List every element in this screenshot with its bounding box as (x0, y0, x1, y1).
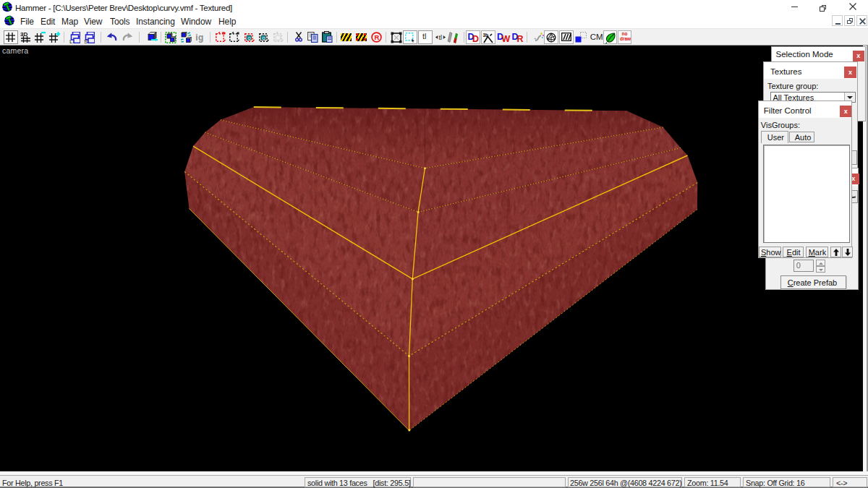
svg-text:L: L (69, 38, 73, 43)
svg-text:R: R (375, 33, 380, 41)
svg-text:Q: Q (262, 36, 265, 40)
svg-text:tl: tl (438, 33, 442, 40)
svg-text:Q: Q (247, 36, 251, 40)
svg-text:S: S (84, 38, 88, 43)
